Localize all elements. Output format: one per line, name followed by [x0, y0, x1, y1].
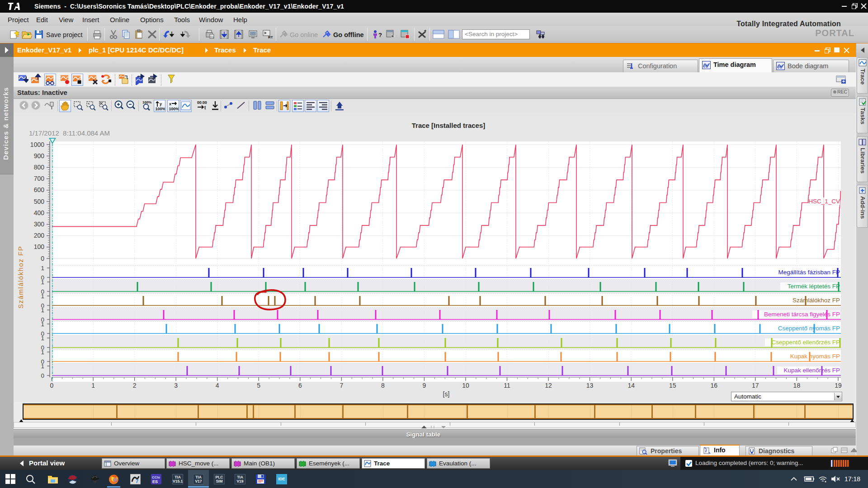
svg-text:Cseppentő nyomás FP: Cseppentő nyomás FP — [778, 325, 840, 332]
svg-text:300: 300 — [34, 221, 45, 228]
svg-text:Számlálókhoz FP: Számlálókhoz FP — [17, 246, 24, 309]
svg-text:9: 9 — [423, 382, 426, 389]
svg-text:100%: 100% — [156, 107, 165, 111]
svg-text:18: 18 — [793, 382, 801, 389]
svg-text:5: 5 — [257, 382, 260, 389]
svg-text:Kupak nyomás FP: Kupak nyomás FP — [790, 353, 840, 360]
svg-text:CCle: CCle — [152, 475, 160, 479]
svg-text:7: 7 — [136, 479, 138, 484]
svg-text:1: 1 — [91, 382, 95, 389]
svg-text:1: 1 — [41, 279, 44, 286]
svg-text:1: 1 — [41, 265, 44, 272]
svg-text:01: 01 — [210, 35, 214, 38]
svg-text:15: 15 — [669, 382, 676, 389]
svg-text:?: ? — [378, 32, 382, 38]
svg-text:800: 800 — [34, 164, 45, 171]
svg-text:Trace [Installed traces]: Trace [Installed traces] — [412, 122, 486, 129]
svg-text:Termék léptetés FP: Termék léptetés FP — [788, 283, 840, 290]
svg-text:1/17/2012 8:11:04.084 AM: 1/17/2012 8:11:04.084 AM — [29, 129, 110, 137]
svg-text:Cseppentő ellenőrzés FP: Cseppentő ellenőrzés FP — [771, 339, 840, 346]
svg-text:0: 0 — [41, 372, 44, 379]
svg-text:x: x — [169, 102, 171, 106]
svg-text:Megállítás fázisban FP: Megállítás fázisban FP — [778, 269, 840, 276]
svg-text:00:00: 00:00 — [197, 100, 207, 105]
svg-text:12: 12 — [545, 382, 552, 389]
svg-text:10: 10 — [462, 382, 469, 389]
svg-text:6: 6 — [298, 382, 302, 389]
svg-text:t: t — [204, 105, 206, 110]
svg-text:100%: 100% — [142, 100, 151, 104]
svg-text:13: 13 — [586, 382, 594, 389]
svg-text:19: 19 — [835, 382, 842, 389]
svg-text:16: 16 — [711, 382, 718, 389]
svg-text:700: 700 — [34, 175, 45, 182]
svg-text:1: 1 — [41, 349, 44, 356]
svg-text:1: 1 — [41, 307, 44, 314]
svg-text:Kupak ellenőrzés FP: Kupak ellenőrzés FP — [783, 367, 840, 374]
svg-text:Bemeneti tárcsa figyelés FP: Bemeneti tárcsa figyelés FP — [764, 311, 840, 318]
svg-text:200: 200 — [34, 232, 45, 239]
svg-text:100%: 100% — [169, 107, 179, 111]
svg-text:[s]: [s] — [443, 390, 450, 398]
svg-text:1: 1 — [41, 321, 44, 328]
svg-text:100: 100 — [34, 243, 45, 250]
svg-text:3: 3 — [174, 382, 178, 389]
svg-text:600: 600 — [34, 186, 45, 193]
svg-text:0: 0 — [41, 255, 44, 262]
svg-text:8: 8 — [381, 382, 385, 389]
svg-text:4: 4 — [216, 382, 219, 389]
svg-text:y: y — [160, 102, 162, 106]
svg-text:1: 1 — [41, 293, 44, 300]
svg-text:7: 7 — [340, 382, 344, 389]
svg-text:17: 17 — [752, 382, 759, 389]
svg-text:HSC_1_CV: HSC_1_CV — [808, 198, 840, 205]
svg-text:1: 1 — [41, 363, 44, 370]
svg-text:900: 900 — [34, 152, 45, 160]
svg-text:0: 0 — [50, 382, 54, 389]
svg-text:400: 400 — [34, 209, 45, 216]
svg-text:14: 14 — [627, 382, 635, 389]
svg-text:RT: RT — [268, 35, 273, 39]
svg-text:1: 1 — [41, 335, 44, 342]
svg-text:ES: ES — [152, 479, 158, 484]
svg-text:Számlálókhoz FP: Számlálókhoz FP — [793, 297, 840, 304]
svg-text:1000: 1000 — [30, 141, 44, 148]
svg-text:11: 11 — [504, 382, 510, 389]
svg-text:2: 2 — [133, 382, 137, 389]
svg-text:500: 500 — [34, 198, 45, 205]
